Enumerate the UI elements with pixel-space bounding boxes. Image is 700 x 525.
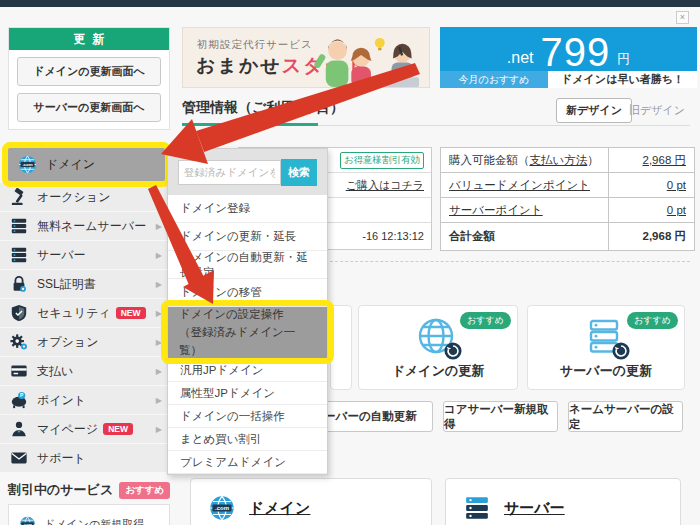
sidebar-item-label: SSL証明書 [37, 276, 156, 293]
balance-label: サーバーポイント [441, 198, 608, 222]
menu-item-attribute-jp[interactable]: 属性型JPドメイン [168, 382, 327, 405]
value-domain-points-link[interactable]: バリュードメインポイント [449, 178, 590, 193]
update-panel: 更新 ドメインの更新画面へ サーバーの更新画面へ [8, 27, 170, 130]
server-update-screen-button[interactable]: サーバーの更新画面へ [17, 93, 161, 122]
server-icon [10, 246, 28, 264]
balance-value: 2,968 円 [608, 148, 694, 172]
server-section-card[interactable]: サーバー [445, 478, 681, 525]
search-button[interactable]: 検索 [281, 159, 317, 186]
domain-search-input[interactable] [178, 160, 281, 185]
menu-item-generic-jp[interactable]: 汎用JPドメイン [168, 359, 327, 382]
sidebar-item-label: セキュリティ [37, 305, 111, 322]
recommend-badge: おすすめ [460, 312, 511, 329]
sidebar-item-label: ポイント [37, 392, 156, 409]
purchase-here-link[interactable]: ご購入はコチラ [346, 178, 424, 193]
sidebar-item-label: 支払い [37, 363, 156, 380]
chevron-right-icon: ▶ [156, 425, 162, 434]
heading-accent-bar [182, 123, 318, 126]
domain-section-card[interactable]: ドメイン [190, 478, 432, 525]
promo-tab: 今月のおすすめ [440, 71, 548, 88]
payment-card-icon [10, 362, 28, 380]
card-label: ドメインの更新 [359, 362, 517, 380]
point-piggy-icon [10, 391, 28, 409]
server-refresh-icon [584, 316, 628, 358]
server-section-link[interactable]: サーバー [504, 499, 565, 518]
sidebar-item-points[interactable]: ポイント ▶ [0, 386, 170, 414]
total-label: 合計金額 [441, 223, 608, 250]
people-illustration [309, 34, 427, 87]
chevron-right-icon: ▶ [156, 280, 162, 289]
chevron-right-icon: ▶ [156, 193, 162, 202]
nameserver-settings-button[interactable]: ネームサーバーの設定 [568, 401, 683, 432]
sidebar-item-label: オプション [37, 334, 156, 351]
recommend-badge: おすすめ [119, 482, 170, 499]
points-value-link[interactable]: 0 pt [667, 179, 686, 191]
promo-message: ドメインは早い者勝ち！ [548, 71, 697, 88]
new-design-button[interactable]: 新デザイン [556, 98, 632, 123]
balance-label: バリュードメインポイント [441, 173, 608, 197]
sidebar-item-domain[interactable]: ドメイン [2, 142, 171, 187]
coreserver-new-button[interactable]: コアサーバー新規取得 [443, 401, 558, 432]
chevron-right-icon: ▶ [156, 251, 162, 260]
menu-item-label-line1: ドメインの設定操作 [179, 306, 316, 324]
sidebar-item-security[interactable]: セキュリティ NEW ▶ [0, 299, 170, 327]
close-icon[interactable]: × [676, 11, 689, 24]
points-value-link[interactable]: 0 pt [667, 204, 686, 216]
server-renewal-card[interactable]: おすすめ サーバーの更新 [527, 305, 685, 390]
menu-item-premium-domain[interactable]: プレミアムドメイン [168, 451, 327, 474]
menu-item-domain-transfer[interactable]: ドメインの移管 [168, 279, 327, 307]
sidebar-item-label: マイページ [37, 421, 98, 438]
update-panel-title: 更新 [9, 28, 169, 50]
new-badge: NEW [116, 307, 146, 319]
setup-service-banner[interactable]: 初期設定代行サービス おまかせスタート [182, 27, 430, 88]
net-promo-banner[interactable]: .net 799 円 今月のおすすめ ドメインは早い者勝ち！ [440, 27, 697, 88]
domain-search-bar: 検索 [168, 149, 327, 195]
balance-amount-link[interactable]: 2,968 円 [643, 153, 686, 168]
balance-value: 0 pt [608, 198, 694, 222]
menu-item-bulk-discount[interactable]: まとめ買い割引 [168, 428, 327, 451]
domain-section-link[interactable]: ドメイン [249, 499, 310, 518]
domain-renewal-card[interactable]: おすすめ ドメインの更新 [358, 305, 518, 390]
support-mail-icon [10, 449, 28, 467]
balance-table: 購入可能金額（支払い方法） 2,968 円 バリュードメインポイント 0 pt … [440, 147, 695, 251]
server-points-link[interactable]: サーバーポイント [449, 203, 543, 218]
hidden-card-sliver [330, 305, 352, 390]
loyal-discount-badge: お得意様割引有効 [340, 152, 424, 169]
menu-item-domain-register[interactable]: ドメイン登録 [168, 195, 327, 223]
sidebar-item-server[interactable]: サーバー ▶ [0, 241, 170, 269]
payment-method-link[interactable]: 支払い方法 [530, 153, 588, 168]
chevron-right-icon: ▶ [156, 367, 162, 376]
new-badge: NEW [103, 423, 133, 435]
server-stack-icon [464, 495, 490, 521]
domain-update-screen-button[interactable]: ドメインの更新画面へ [17, 57, 161, 86]
discount-item-domain-registration[interactable]: ドメインの新規取得 [8, 504, 170, 525]
options-gear-icon [10, 333, 28, 351]
top-navy-bar [0, 0, 700, 7]
globe-refresh-icon [416, 316, 460, 358]
sidebar-item-auction[interactable]: オークション ▶ [0, 183, 170, 211]
sidebar-item-mypage[interactable]: マイページ NEW ▶ [0, 415, 170, 443]
promo-price-unit: 円 [617, 50, 630, 68]
security-shield-icon [10, 304, 28, 322]
menu-item-domain-settings[interactable]: ドメインの設定操作 （登録済みドメイン一覧） [168, 307, 327, 359]
sidebar-item-label: サポート [37, 450, 162, 467]
sidebar-item-label: サーバー [37, 247, 156, 264]
promo-price-number: 799 [540, 30, 610, 75]
sidebar-item-free-nameserver[interactable]: 無料ネームサーバー ▶ [0, 212, 170, 240]
chevron-right-icon: ▶ [156, 338, 162, 347]
sidebar-item-support[interactable]: サポート [0, 444, 170, 472]
table-row: バリュードメインポイント 0 pt [441, 173, 694, 198]
discount-services-heading: 割引中のサービス おすすめ [8, 481, 170, 499]
sidebar-item-label: 無料ネームサーバー [37, 218, 156, 235]
label-prefix: 購入可能金額（ [449, 153, 530, 168]
menu-item-bulk-operations[interactable]: ドメインの一括操作 [168, 405, 327, 428]
sidebar-item-options[interactable]: オプション ▶ [0, 328, 170, 356]
menu-item-auto-renewal-settings[interactable]: ドメインの自動更新・延長設定 [168, 251, 327, 279]
domain-dropdown-menu: 検索 ドメイン登録 ドメインの更新・延長 ドメインの自動更新・延長設定 ドメイン… [167, 148, 328, 475]
sidebar-item-ssl[interactable]: SSL証明書 ▶ [0, 270, 170, 298]
old-design-button[interactable]: 旧デザイン [629, 103, 685, 118]
dashed-divider [330, 261, 690, 262]
mypage-person-icon [10, 420, 28, 438]
menu-item-domain-renewal[interactable]: ドメインの更新・延長 [168, 223, 327, 251]
sidebar-item-payment[interactable]: 支払い ▶ [0, 357, 170, 385]
